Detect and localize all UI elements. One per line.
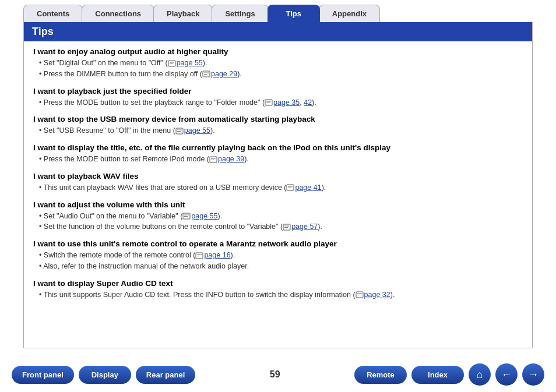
tip-item: Press the MODE button to set Remote iPod… — [33, 154, 523, 165]
page-ref-icon — [175, 127, 184, 134]
tab-playback[interactable]: Playback — [153, 5, 213, 22]
svg-rect-18 — [183, 213, 190, 219]
svg-rect-9 — [176, 128, 183, 134]
tip-item: This unit supports Super Audio CD text. … — [33, 289, 523, 301]
section-header: Tips — [24, 22, 532, 41]
tip-title: I want to adjust the volume with this un… — [33, 200, 523, 209]
page-link-16[interactable]: page 16 — [204, 251, 230, 259]
tip-title: I want to stop the USB memory device fro… — [33, 115, 523, 123]
tab-appendix[interactable]: Appendix — [319, 5, 380, 22]
page-link-55a[interactable]: page 55 — [177, 59, 203, 67]
tip-title: I want to display the title, etc. of the… — [33, 143, 523, 152]
page-ref-icon — [265, 98, 273, 105]
page-number: 59 — [270, 369, 280, 380]
tip-item: Also, refer to the instruction manual of… — [33, 261, 523, 272]
tip-analog-audio: I want to enjoy analog output audio at h… — [33, 47, 523, 80]
tab-connections[interactable]: Connections — [82, 5, 154, 22]
tip-marantz-remote: I want to use this unit's remote control… — [33, 239, 523, 272]
tip-volume-adjust: I want to adjust the volume with this un… — [33, 200, 523, 233]
page-ref-icon — [195, 252, 203, 259]
tip-item: Set "Digital Out" on the menu to "Off" (… — [33, 58, 523, 69]
svg-rect-24 — [196, 253, 203, 259]
svg-rect-12 — [210, 157, 217, 163]
tip-item: Set the function of the volume buttons o… — [33, 221, 523, 232]
tip-item: Set "USB Resume" to "Off" in the menu (p… — [33, 125, 523, 136]
svg-rect-21 — [283, 224, 290, 230]
content-area: Tips I want to enjoy analog output audio… — [23, 22, 533, 348]
tip-title: I want to playback WAV files — [33, 172, 523, 181]
page-ref-icon — [209, 156, 217, 163]
tip-wav-files: I want to playback WAV files This unit c… — [33, 172, 523, 193]
rear-panel-button[interactable]: Rear panel — [136, 366, 195, 384]
tab-settings[interactable]: Settings — [212, 5, 268, 22]
front-panel-button[interactable]: Front panel — [12, 366, 74, 384]
home-button[interactable]: ⌂ — [469, 363, 491, 386]
page-link-35[interactable]: page 35 — [273, 98, 300, 107]
tip-item: Switch the remote mode of the remote con… — [33, 250, 523, 261]
forward-icon: → — [528, 369, 539, 381]
home-icon: ⌂ — [477, 369, 483, 381]
tip-item: Press the MODE button to set the playbac… — [33, 97, 523, 108]
tip-usb-autostart: I want to stop the USB memory device fro… — [33, 115, 523, 136]
page-ref-icon — [202, 70, 210, 77]
tip-item: Set "Audio Out" on the menu to "Variable… — [33, 211, 523, 222]
tip-title: I want to use this unit's remote control… — [33, 239, 523, 248]
tip-title: I want to enjoy analog output audio at h… — [33, 47, 523, 56]
svg-rect-27 — [356, 292, 363, 298]
content-body: I want to enjoy analog output audio at h… — [24, 41, 532, 313]
tip-sacd-text: I want to display Super Audio CD text Th… — [33, 279, 523, 301]
bottom-bar: Front panel Display Rear panel 59 Remote… — [0, 357, 556, 392]
page-ref-icon — [283, 223, 291, 230]
back-button[interactable]: ← — [495, 363, 518, 386]
page-link-29[interactable]: page 29 — [211, 70, 237, 78]
page-link-57[interactable]: page 57 — [291, 223, 318, 231]
svg-rect-3 — [203, 71, 210, 77]
page-ref-icon — [356, 291, 364, 298]
index-button[interactable]: Index — [411, 366, 464, 384]
tip-item: Press the DIMMER button to turn the disp… — [33, 69, 523, 80]
page-ref-icon — [286, 183, 294, 190]
tip-title: I want to playback just the specified fo… — [33, 87, 523, 96]
tabs-bar: Contents Connections Playback Settings T… — [0, 0, 556, 22]
nav-buttons-right: Remote Index ⌂ ← → — [354, 363, 544, 386]
page-link-41[interactable]: page 41 — [295, 183, 321, 192]
svg-rect-0 — [168, 61, 175, 66]
back-icon: ← — [501, 369, 512, 381]
tip-folder-playback: I want to playback just the specified fo… — [33, 87, 523, 108]
svg-rect-15 — [287, 185, 294, 190]
page-ref-icon — [168, 59, 176, 66]
tab-tips[interactable]: Tips — [268, 5, 320, 22]
forward-button[interactable]: → — [522, 363, 544, 386]
tab-contents[interactable]: Contents — [23, 5, 83, 22]
page-link-55b[interactable]: page 55 — [184, 126, 210, 135]
tip-ipod-display: I want to display the title, etc. of the… — [33, 143, 523, 165]
display-button[interactable]: Display — [79, 366, 131, 384]
page-link-32[interactable]: page 32 — [364, 291, 390, 299]
page-link-55c[interactable]: page 55 — [191, 212, 217, 220]
page-link-42[interactable]: 42 — [304, 98, 312, 107]
remote-button[interactable]: Remote — [354, 366, 407, 384]
tip-item: This unit can playback WAV files that ar… — [33, 182, 523, 193]
tip-title: I want to display Super Audio CD text — [33, 279, 523, 288]
svg-rect-6 — [265, 100, 272, 105]
page-link-39[interactable]: page 39 — [218, 155, 244, 163]
page-ref-icon — [182, 212, 191, 219]
nav-buttons-left: Front panel Display Rear panel — [12, 366, 195, 384]
